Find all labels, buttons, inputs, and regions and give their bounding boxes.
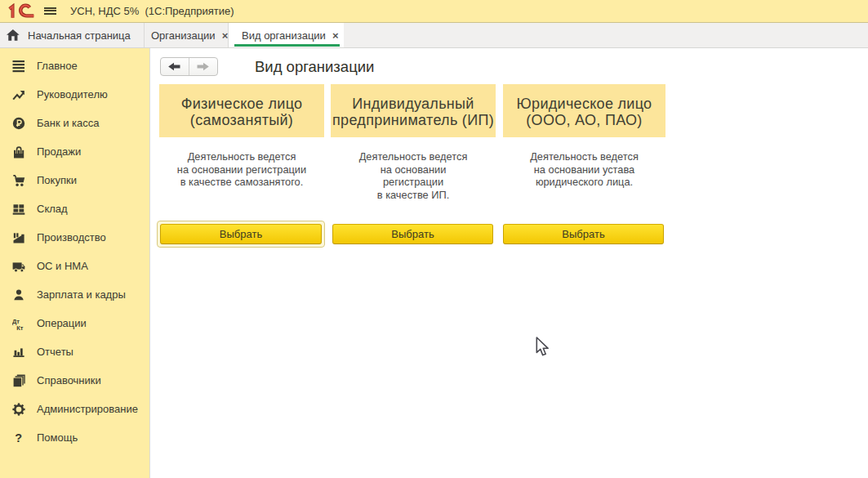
svg-text:?: ?	[15, 431, 22, 444]
svg-text:Кт: Кт	[16, 324, 24, 329]
